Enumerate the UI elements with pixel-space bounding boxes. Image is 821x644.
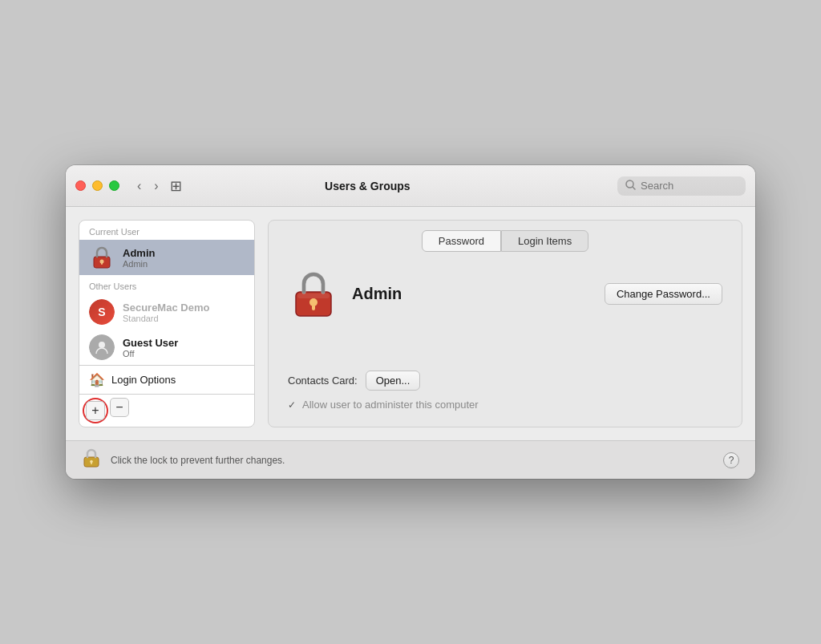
securemac-user-item[interactable]: S SecureMac Demo Standard (79, 294, 254, 330)
admin-checkbox-row: ✓ Allow user to administer this computer (288, 399, 722, 411)
main-lock-svg (288, 268, 339, 319)
titlebar: ‹ › ⊞ Users & Groups (66, 165, 755, 207)
sidebar-actions: + − (79, 394, 254, 427)
admin-avatar (89, 245, 115, 270)
user-header: Admin Change Password... (288, 268, 722, 319)
guest-avatar-icon (89, 334, 115, 360)
main-user-name: Admin (352, 285, 592, 303)
contacts-label: Contacts Card: (288, 375, 358, 387)
minimize-button[interactable] (92, 180, 103, 191)
securemac-user-name: SecureMac Demo (123, 302, 209, 314)
svg-rect-15 (91, 463, 92, 465)
admin-lock-icon (89, 245, 115, 270)
traffic-lights (75, 180, 119, 191)
securemac-avatar: S (89, 299, 115, 325)
svg-rect-11 (297, 294, 330, 298)
svg-rect-5 (101, 262, 103, 265)
main-user-avatar (288, 268, 339, 319)
sidebar-footer: 🏠 Login Options + − (79, 365, 254, 427)
login-options-label: Login Options (111, 374, 176, 386)
sidebar: Current User Admin A (79, 220, 255, 427)
main-content: Password Login Items (268, 220, 742, 427)
help-button[interactable]: ? (723, 452, 739, 468)
footer-lock-svg (82, 448, 101, 468)
main-window: ‹ › ⊞ Users & Groups Current User (66, 165, 755, 479)
spacer (288, 335, 722, 371)
main-lock-icon (288, 268, 339, 319)
other-users-section-label: Other Users (79, 275, 254, 294)
admin-checkbox-label: Allow user to administer this computer (302, 399, 479, 411)
change-password-button[interactable]: Change Password... (605, 283, 722, 305)
window-footer: Click the lock to prevent further change… (66, 440, 755, 479)
current-user-section-label: Current User (79, 221, 254, 240)
footer-lock-icon[interactable] (82, 448, 101, 472)
securemac-user-role: Standard (123, 314, 209, 323)
close-button[interactable] (75, 180, 86, 191)
svg-line-1 (633, 187, 635, 189)
current-user-info: Admin Admin (123, 247, 155, 269)
sidebar-list: Current User Admin A (79, 221, 254, 365)
tab-login-items[interactable]: Login Items (501, 230, 588, 252)
current-user-name: Admin (123, 247, 155, 259)
house-icon: 🏠 (89, 372, 105, 387)
window-title: Users & Groups (118, 180, 617, 192)
open-contacts-button[interactable]: Open... (366, 371, 421, 391)
guest-user-role: Off (123, 349, 178, 358)
guest-user-info: Guest User Off (123, 337, 178, 358)
remove-user-button[interactable]: − (110, 398, 129, 417)
add-user-button[interactable]: + (86, 401, 105, 420)
tab-password[interactable]: Password (422, 230, 501, 252)
guest-user-name: Guest User (123, 337, 178, 349)
securemac-user-info: SecureMac Demo Standard (123, 302, 209, 323)
main-panel: Admin Change Password... Contacts Card: … (269, 252, 742, 427)
window-body: Current User Admin A (66, 207, 755, 440)
svg-rect-10 (312, 305, 315, 310)
search-box[interactable] (617, 176, 746, 196)
tabs-bar: Password Login Items (269, 221, 742, 252)
contacts-row: Contacts Card: Open... (288, 371, 722, 391)
search-icon (625, 180, 636, 192)
login-options-item[interactable]: 🏠 Login Options (79, 366, 254, 394)
guest-user-item[interactable]: Guest User Off (79, 330, 254, 365)
add-user-highlight: + (83, 398, 108, 423)
svg-point-6 (99, 342, 105, 348)
footer-text: Click the lock to prevent further change… (111, 455, 714, 466)
current-user-role: Admin (123, 259, 155, 269)
admin-checkbox-check: ✓ (288, 399, 296, 411)
search-input[interactable] (641, 180, 737, 192)
securemac-avatar-icon: S (89, 299, 115, 325)
current-user-item[interactable]: Admin Admin (79, 240, 254, 275)
guest-avatar (89, 334, 115, 360)
